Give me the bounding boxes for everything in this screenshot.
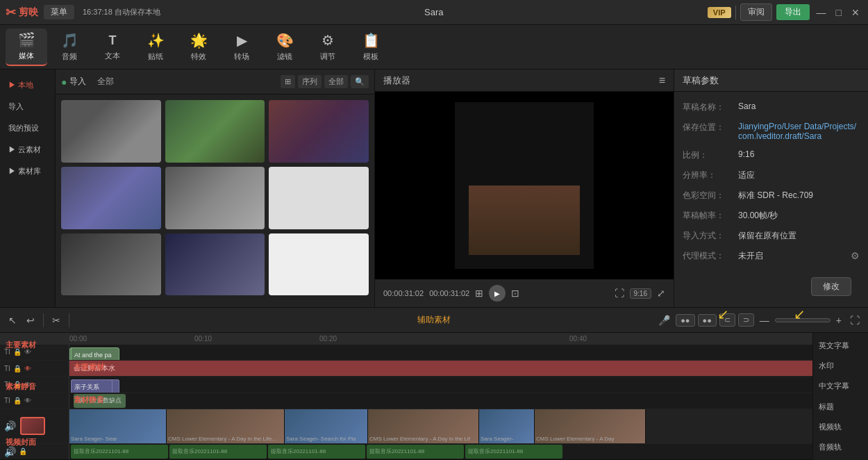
tl-expand-button[interactable]: ⛶ — [847, 313, 862, 327]
tool-template[interactable]: 📋 模板 — [350, 28, 392, 66]
proxy-gear-icon[interactable]: ⚙ — [851, 250, 860, 261]
media-thumb-9[interactable] — [269, 233, 369, 296]
aux-track-lock[interactable]: 🔒 — [13, 348, 22, 356]
label-english[interactable]: 英文字幕 — [813, 336, 868, 356]
main-track-eye[interactable]: 👁 — [24, 365, 31, 372]
search-button[interactable]: 🔍 — [351, 75, 369, 88]
sidebar-preset[interactable]: 我的预设 — [3, 119, 52, 138]
label-audio[interactable]: 音频轨 — [813, 437, 868, 457]
play-button[interactable]: ▶ — [489, 285, 506, 302]
audio-clip-4[interactable]: 提取音乐20221101-88 — [367, 445, 464, 459]
right-panel: 草稿参数 草稿名称： Sara 保存位置： JianyingPro/User D… — [674, 69, 868, 307]
mute-track-lock[interactable]: 🔒 — [13, 397, 22, 404]
audio-track-speaker[interactable]: 🔊 — [4, 446, 16, 457]
review-button[interactable]: 审阅 — [740, 3, 772, 21]
tool-adjust[interactable]: ⚙ 调节 — [307, 28, 349, 66]
export-button[interactable]: 导出 — [776, 4, 810, 20]
audio-track-lock[interactable]: 🔒 — [19, 447, 27, 455]
aux-track-eye[interactable]: 👁 — [24, 348, 31, 356]
tool-audio[interactable]: 🎵 音频 — [49, 28, 90, 66]
tl-btn-2[interactable]: ●● — [698, 314, 717, 327]
media-thumb-3[interactable] — [269, 100, 369, 163]
label-video[interactable]: 视频轨 — [813, 417, 868, 437]
video-thumbs-strip: Sara Seager- Sear CMS Lower Elementary -… — [69, 409, 646, 443]
tool-text[interactable]: T 文本 — [92, 28, 133, 66]
video-thumb-clip-6[interactable]: CMS Lower Elementary - A Day — [535, 409, 646, 443]
tl-zoom-out-button[interactable]: — — [757, 313, 772, 327]
grid-view-button[interactable]: ⊞ — [281, 75, 295, 88]
sequence-button[interactable]: 序列 — [298, 75, 322, 88]
frame-forward-button[interactable]: ⊡ — [511, 288, 519, 299]
tool-transition[interactable]: ▶ 转场 — [221, 28, 262, 66]
video-track-speaker[interactable]: 🔊 — [4, 420, 16, 432]
mute-label-red: 素材静音 — [74, 395, 104, 405]
video-thumb-clip-3[interactable]: Sara Seager- Search for Pla — [285, 409, 368, 443]
sub-clip-12[interactable]: 亲子关系 — [71, 379, 112, 392]
sidebar-library[interactable]: ▶ 素材库 — [3, 162, 52, 181]
aux-track-controls: TI 🔒 👁 — [0, 345, 69, 360]
mute-track-eye[interactable]: 👁 — [24, 397, 31, 404]
preview-title: 播放器 — [383, 74, 410, 87]
media-thumb-4[interactable] — [61, 167, 161, 229]
effect-icon: 🌟 — [190, 32, 208, 49]
tl-btn-4[interactable]: ⊃ — [738, 313, 754, 327]
sub-track-lock[interactable]: 🔒 — [13, 381, 22, 388]
ratio-badge[interactable]: 9:16 — [630, 288, 651, 299]
video-thumb-clip-4[interactable]: CMS Lower Elementary - A Day in the Lif — [368, 409, 479, 443]
vip-badge[interactable]: VIP — [708, 7, 731, 18]
tl-mic-button[interactable]: 🎤 — [656, 313, 673, 327]
top-bar: ✂ 剪映 菜单 16:37:18 自动保存本地 Sara VIP 审阅 导出 —… — [0, 0, 868, 25]
tl-select-button[interactable]: ↖ — [6, 313, 19, 327]
sidebar-cloud[interactable]: ▶ 云素材 — [3, 140, 52, 159]
import-button[interactable]: ● 导入 — [61, 76, 86, 88]
aux-clip-11[interactable]: At and the pa — [71, 347, 119, 360]
audio-clip-5[interactable]: 提取音乐20221101-88 — [465, 445, 562, 459]
fullscreen-button[interactable]: ⛶ — [615, 288, 624, 299]
all-button[interactable]: 全部 — [324, 75, 348, 88]
tool-sticker-label: 贴纸 — [148, 51, 163, 62]
media-thumb-1[interactable] — [61, 100, 161, 163]
label-title[interactable]: 标题 — [813, 397, 868, 417]
media-thumb-2[interactable] — [165, 100, 265, 163]
tl-zoom-in-button[interactable]: + — [833, 313, 844, 327]
menu-button[interactable]: 菜单 — [44, 5, 74, 19]
media-thumb-5[interactable] — [165, 167, 265, 229]
preview-menu-icon[interactable]: ≡ — [659, 74, 665, 87]
thumb-content-2 — [165, 100, 265, 163]
tool-media[interactable]: 🎬 媒体 — [6, 28, 47, 66]
tl-undo-button[interactable]: ↩ — [24, 313, 37, 327]
tool-sticker[interactable]: ✨ 贴纸 — [135, 28, 176, 66]
sidebar-import[interactable]: 导入 — [3, 97, 52, 116]
tl-zoom-bar[interactable] — [775, 318, 831, 322]
video-thumb-clip-5[interactable]: Sara Seager- — [479, 409, 535, 443]
label-chinese[interactable]: 中文字幕 — [813, 376, 868, 396]
close-button[interactable]: ✕ — [849, 7, 862, 18]
media-thumb-6[interactable] — [269, 167, 369, 229]
timeline-body: 00:00 00:10 00:20 00:40 TI 🔒 👁 At of the… — [0, 333, 868, 460]
audio-clip-1[interactable]: 提取音乐20221101-88 — [71, 445, 168, 459]
label-watermark[interactable]: 水印 — [813, 356, 868, 376]
app-logo: ✂ 剪映 — [6, 5, 38, 20]
left-panel: ▶ 本地 导入 我的预设 ▶ 云素材 ▶ 素材库 ● 导入 — [0, 69, 375, 307]
main-track-lock[interactable]: 🔒 — [13, 365, 22, 372]
tl-btn-1[interactable]: ●● — [676, 314, 694, 327]
frame-back-button[interactable]: ⊞ — [475, 288, 483, 299]
expand-button[interactable]: ⤢ — [657, 288, 665, 299]
edit-button[interactable]: 修改 — [811, 277, 851, 296]
minimize-button[interactable]: — — [814, 7, 829, 18]
maximize-button[interactable]: □ — [833, 7, 844, 18]
video-thumb-clip-1[interactable]: Sara Seager- Sear — [69, 409, 167, 443]
video-thumb-preview[interactable] — [20, 417, 45, 435]
sub-track-eye[interactable]: 👁 — [24, 381, 31, 388]
sidebar-local[interactable]: ▶ 本地 — [3, 76, 52, 95]
tool-effect[interactable]: 🌟 特效 — [178, 28, 219, 66]
tool-filter[interactable]: 🎨 滤镜 — [264, 28, 306, 66]
audio-clip-2[interactable]: 提取音乐20221101-88 — [169, 445, 267, 459]
main-track-content[interactable]: 会让财富本水 主要素材 — [69, 361, 812, 376]
video-thumb-clip-2[interactable]: CMS Lower Elementary - A Day in the Life… — [167, 409, 285, 443]
tl-btn-3[interactable]: ⊂ — [719, 313, 735, 327]
media-thumb-8[interactable] — [165, 233, 265, 296]
tl-cut-button[interactable]: ✂ — [49, 313, 63, 327]
audio-clip-3[interactable]: 提取音乐20221101-88 — [268, 445, 365, 459]
media-thumb-7[interactable] — [61, 233, 161, 296]
